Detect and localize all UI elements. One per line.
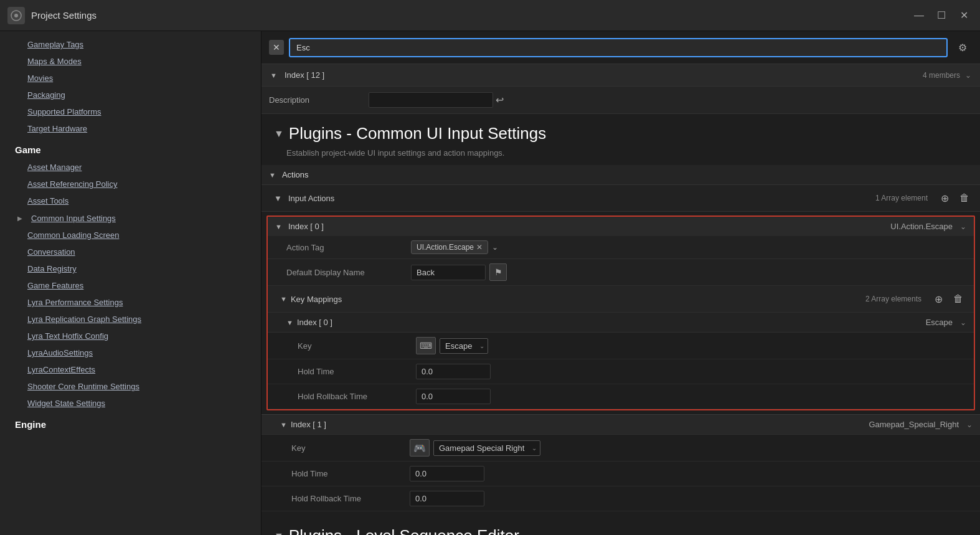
- flag-button[interactable]: ⚑: [489, 263, 507, 281]
- sidebar-item-movies[interactable]: Movies: [0, 70, 261, 87]
- key-mappings-label: Key Mappings: [291, 295, 342, 304]
- hold-time-gamepad-input[interactable]: [410, 466, 484, 481]
- escape-key-dropdown-wrapper: Escape ⌄: [440, 338, 488, 354]
- sidebar-item-maps-modes[interactable]: Maps & Modes: [0, 53, 261, 70]
- keyboard-icon: ⌨: [420, 341, 432, 351]
- sidebar-item-common-input-settings[interactable]: ▶ Common Input Settings: [0, 209, 261, 227]
- sub-index-1-chevron: ⌄: [966, 420, 973, 429]
- key-field-gamepad: Key 🎮 Gamepad Special Right ⌄: [261, 435, 980, 462]
- sidebar-item-lyra-audio[interactable]: LyraAudioSettings: [0, 344, 261, 361]
- index-12-row[interactable]: ▼ Index [ 12 ] 4 members ⌄: [261, 64, 980, 87]
- sidebar-item-packaging[interactable]: Packaging: [0, 87, 261, 103]
- content-area: ✕ ⚙ ▼ Index [ 12 ] 4 members ⌄ Descripti…: [261, 31, 980, 535]
- sidebar-item-supported-platforms[interactable]: Supported Platforms: [0, 103, 261, 120]
- array-element-count: 1 Array element: [875, 194, 928, 202]
- plugin-level-sequence-title[interactable]: ▼ Plugins - Level Sequence Editor: [261, 516, 980, 535]
- sidebar-item-data-registry[interactable]: Data Registry: [0, 260, 261, 277]
- search-input[interactable]: [289, 38, 948, 57]
- sidebar-item-target-hardware[interactable]: Target Hardware: [0, 120, 261, 137]
- gamepad-key-select[interactable]: Gamepad Special Right: [433, 440, 540, 456]
- sidebar-item-lyra-performance[interactable]: Lyra Performance Settings: [0, 294, 261, 311]
- gamepad-icon-button[interactable]: 🎮: [410, 439, 430, 457]
- hold-rollback-gamepad-label: Hold Rollback Time: [291, 494, 410, 503]
- action-tag-value: UI.Action.Escape ✕ ⌄: [411, 240, 498, 254]
- hold-time-escape-label: Hold Time: [298, 367, 416, 376]
- actions-header[interactable]: ▼ Actions: [261, 165, 980, 185]
- plugin-common-ui-title[interactable]: ▼ Plugins - Common UI Input Settings: [261, 114, 980, 147]
- key-mappings-arrow: ▼: [280, 295, 287, 303]
- key-mappings-header[interactable]: ▼ Key Mappings 2 Array elements ⊕ 🗑: [268, 286, 974, 313]
- sidebar-item-asset-manager[interactable]: Asset Manager: [0, 159, 261, 176]
- actions-label: Actions: [282, 170, 309, 179]
- sidebar-item-asset-referencing-policy[interactable]: Asset Referencing Policy: [0, 176, 261, 192]
- level-sequence-title-text: Plugins - Level Sequence Editor: [289, 526, 519, 535]
- gear-icon: ⚙: [958, 42, 967, 54]
- description-input[interactable]: [369, 92, 493, 108]
- search-clear-button[interactable]: ✕: [269, 40, 284, 55]
- input-actions-label: Input Actions: [288, 194, 334, 203]
- hold-rollback-escape-value: [416, 389, 491, 404]
- window-title: Project Settings: [31, 10, 904, 21]
- sidebar-item-lyra-replication[interactable]: Lyra Replication Graph Settings: [0, 311, 261, 328]
- index-12-chevron: ⌄: [965, 71, 971, 80]
- hold-rollback-escape-row: Hold Rollback Time: [268, 384, 974, 409]
- maximize-button[interactable]: ☐: [933, 7, 950, 24]
- hold-rollback-escape-input[interactable]: [416, 389, 491, 404]
- action-tag-dropdown[interactable]: ⌄: [492, 243, 498, 252]
- sub-index-0-header[interactable]: ▼ Index [ 0 ] Escape ⌄: [268, 313, 974, 333]
- sidebar-item-shooter-core[interactable]: Shooter Core Runtime Settings: [0, 378, 261, 395]
- flag-icon: ⚑: [494, 267, 502, 277]
- hold-rollback-gamepad-value: [410, 491, 484, 506]
- section-arrow-icon: ▼: [274, 128, 284, 140]
- sidebar-item-lyra-context-effects[interactable]: LyraContextEffects: [0, 361, 261, 378]
- add-key-mapping-button[interactable]: ⊕: [930, 291, 946, 307]
- add-input-action-button[interactable]: ⊕: [936, 190, 953, 206]
- hold-time-gamepad-label: Hold Time: [291, 469, 410, 478]
- delete-key-mapping-button[interactable]: 🗑: [950, 291, 966, 307]
- index-0-value: UI.Action.Escape: [890, 222, 953, 231]
- undo-button[interactable]: ↩: [493, 92, 506, 108]
- sidebar-item-game-features[interactable]: Game Features: [0, 277, 261, 294]
- minimize-button[interactable]: —: [910, 7, 928, 24]
- display-name-input[interactable]: [411, 265, 486, 280]
- default-display-name-value: ⚑: [411, 263, 507, 281]
- action-tag-chip-close[interactable]: ✕: [476, 243, 483, 252]
- index-0-container: ▼ Index [ 0 ] UI.Action.Escape ⌄ Action …: [266, 215, 975, 410]
- delete-input-action-button[interactable]: 🗑: [956, 190, 973, 206]
- sidebar-item-conversation[interactable]: Conversation: [0, 244, 261, 260]
- index-0-label: Index [ 0 ]: [288, 222, 324, 231]
- sidebar-section-game: Game: [0, 137, 261, 159]
- sidebar-item-common-loading-screen[interactable]: Common Loading Screen: [0, 227, 261, 244]
- key-field-escape: Key ⌨ Escape ⌄: [268, 333, 974, 359]
- sub-index-0-value: Escape: [926, 318, 953, 327]
- index-0-chevron: ⌄: [960, 222, 966, 231]
- delete-mapping-icon: 🗑: [953, 293, 963, 305]
- sidebar-outer: Gameplay Tags Maps & Modes Movies Packag…: [0, 31, 261, 535]
- action-tag-row: Action Tag UI.Action.Escape ✕ ⌄: [268, 236, 974, 259]
- index-0-header[interactable]: ▼ Index [ 0 ] UI.Action.Escape ⌄: [268, 217, 974, 236]
- close-button[interactable]: ✕: [955, 7, 973, 24]
- input-actions-header[interactable]: ▼ Input Actions 1 Array element ⊕ 🗑: [261, 185, 980, 212]
- hold-rollback-gamepad-input[interactable]: [410, 491, 484, 506]
- gamepad-icon: 🎮: [413, 442, 426, 454]
- hold-time-escape-input[interactable]: [416, 364, 491, 379]
- sidebar-item-widget-state[interactable]: Widget State Settings: [0, 395, 261, 412]
- sidebar-item-gameplay-tags[interactable]: Gameplay Tags: [0, 36, 261, 53]
- sidebar-item-lyra-text-hotfix[interactable]: Lyra Text Hotfix Config: [0, 328, 261, 344]
- sidebar: Gameplay Tags Maps & Modes Movies Packag…: [0, 31, 261, 535]
- escape-key-select[interactable]: Escape: [440, 338, 488, 354]
- undo-icon: ↩: [496, 95, 504, 105]
- sidebar-item-asset-tools[interactable]: Asset Tools: [0, 192, 261, 209]
- window-controls: — ☐ ✕: [910, 7, 973, 24]
- key-label-escape: Key: [298, 341, 416, 351]
- description-label: Description: [269, 95, 369, 105]
- hold-time-gamepad-value: [410, 466, 484, 481]
- search-settings-button[interactable]: ⚙: [953, 37, 973, 57]
- sub-index-1-arrow: ▼: [280, 421, 287, 428]
- sub-index-1-header[interactable]: ▼ Index [ 1 ] Gamepad_Special_Right ⌄: [261, 414, 980, 435]
- keyboard-icon-button[interactable]: ⌨: [416, 337, 436, 354]
- index-12-label: Index [ 12 ]: [285, 70, 324, 80]
- sidebar-section-engine: Engine: [0, 412, 261, 433]
- plugin-title-text: Plugins - Common UI Input Settings: [289, 124, 546, 143]
- add-mapping-icon: ⊕: [935, 293, 943, 305]
